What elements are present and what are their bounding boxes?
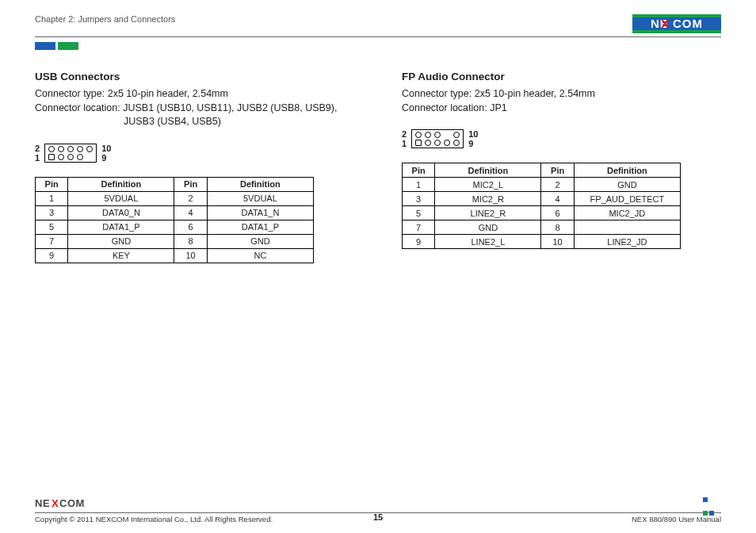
right-column: FP Audio Connector Connector type: 2x5 1… bbox=[402, 71, 721, 263]
fp-pin-header-diagram: 2 1 10 9 bbox=[402, 129, 721, 148]
table-row: 7GND8 bbox=[403, 220, 681, 235]
col-def: Definition bbox=[435, 163, 541, 178]
label: Connector type: bbox=[35, 88, 105, 99]
pin-label-9: 9 bbox=[468, 139, 473, 148]
table-row: 5DATA1_P6DATA1_P bbox=[36, 220, 314, 234]
page-footer: NE X COM Copyright © 2011 NEXCOM Interna… bbox=[35, 497, 721, 523]
value: 2x5 10-pin header, 2.54mm bbox=[475, 88, 595, 99]
cell: 5VDUAL bbox=[207, 191, 313, 205]
col-pin: Pin bbox=[174, 177, 207, 191]
cell: GND bbox=[68, 234, 174, 248]
cell: GND bbox=[574, 178, 680, 192]
pin-box-icon bbox=[411, 129, 464, 148]
table-row: 9KEY10NC bbox=[36, 248, 314, 263]
cell: 1 bbox=[36, 191, 68, 205]
cell: LINE2_L bbox=[435, 235, 541, 249]
cell: FP_AUD_DETECT bbox=[574, 192, 680, 206]
cell bbox=[574, 220, 680, 235]
table-header-row: Pin Definition Pin Definition bbox=[36, 177, 314, 191]
fp-conn-location: Connector location: JP1 bbox=[402, 102, 721, 116]
cell: DATA1_N bbox=[207, 205, 313, 220]
cell: 8 bbox=[174, 234, 207, 248]
label: Connector type: bbox=[402, 88, 472, 99]
pin-label-2: 2 bbox=[402, 129, 407, 139]
svg-text:X: X bbox=[661, 17, 669, 30]
col-pin: Pin bbox=[36, 177, 68, 191]
fp-audio-title: FP Audio Connector bbox=[402, 71, 721, 82]
chapter-title: Chapter 2: Jumpers and Connectors bbox=[35, 14, 175, 24]
table-row: 7GND8GND bbox=[36, 234, 314, 248]
value-line2: JUSB3 (USB4, USB5) bbox=[35, 115, 354, 129]
cell: DATA1_P bbox=[207, 220, 313, 234]
svg-text:NE COM: NE COM bbox=[651, 17, 703, 30]
cell: DATA1_P bbox=[68, 220, 174, 234]
table-row: 3MIC2_R4FP_AUD_DETECT bbox=[403, 192, 681, 206]
cell: 6 bbox=[541, 206, 574, 220]
svg-rect-2 bbox=[632, 30, 721, 33]
value: JP1 bbox=[490, 102, 507, 113]
content-columns: USB Connectors Connector type: 2x5 10-pi… bbox=[35, 71, 721, 263]
usb-pin-table: Pin Definition Pin Definition 15VDUAL25V… bbox=[35, 177, 314, 263]
value-line1: JUSB1 (USB10, USB11), JUSB2 (USB8, USB9)… bbox=[123, 102, 337, 113]
cell: NC bbox=[207, 248, 313, 263]
cell: 4 bbox=[541, 192, 574, 206]
left-column: USB Connectors Connector type: 2x5 10-pi… bbox=[35, 71, 354, 263]
cell: MIC2_L bbox=[435, 178, 541, 192]
pin-label-9: 9 bbox=[101, 153, 106, 163]
svg-text:NE: NE bbox=[35, 497, 50, 509]
cell: 6 bbox=[174, 220, 207, 234]
cell: 9 bbox=[403, 235, 435, 249]
col-pin: Pin bbox=[403, 163, 435, 178]
pin-label-1: 1 bbox=[35, 153, 40, 163]
usb-conn-location: Connector location: JUSB1 (USB10, USB11)… bbox=[35, 102, 354, 129]
cell: 5 bbox=[36, 220, 68, 234]
col-def: Definition bbox=[68, 177, 174, 191]
cell: 9 bbox=[36, 248, 68, 263]
cell: 1 bbox=[403, 178, 435, 192]
label: Connector location: bbox=[35, 102, 120, 113]
cell: 7 bbox=[36, 234, 68, 248]
table-row: 3DATA0_N4DATA1_N bbox=[36, 205, 314, 220]
fp-pin-table: Pin Definition Pin Definition 1MIC2_L2GN… bbox=[402, 163, 681, 249]
cell: LINE2_JD bbox=[574, 235, 680, 249]
cell: 8 bbox=[541, 220, 574, 235]
table-row: 1MIC2_L2GND bbox=[403, 178, 681, 192]
pin-label-1: 1 bbox=[402, 139, 407, 148]
header-rule bbox=[35, 36, 721, 37]
footer-squares-icon bbox=[702, 497, 721, 509]
cell: 5 bbox=[403, 206, 435, 220]
label: Connector location: bbox=[402, 102, 487, 113]
page-header: Chapter 2: Jumpers and Connectors NE COM… bbox=[35, 14, 721, 33]
usb-pin-header-diagram: 2 1 10 9 bbox=[35, 144, 354, 163]
cell: 2 bbox=[541, 178, 574, 192]
cell: GND bbox=[207, 234, 313, 248]
col-pin: Pin bbox=[541, 163, 574, 178]
svg-text:X: X bbox=[52, 497, 59, 509]
usb-conn-type: Connector type: 2x5 10-pin header, 2.54m… bbox=[35, 87, 354, 102]
cell: DATA0_N bbox=[68, 205, 174, 220]
svg-text:COM: COM bbox=[59, 497, 85, 509]
header-color-bars bbox=[35, 42, 721, 52]
cell: GND bbox=[435, 220, 541, 235]
cell: 10 bbox=[174, 248, 207, 263]
cell: MIC2_R bbox=[435, 192, 541, 206]
value: 2x5 10-pin header, 2.54mm bbox=[108, 88, 228, 99]
cell: 10 bbox=[541, 235, 574, 249]
cell: 4 bbox=[174, 205, 207, 220]
col-def: Definition bbox=[207, 177, 313, 191]
nexcom-logo-bottom: NE X COM bbox=[35, 497, 90, 509]
col-def: Definition bbox=[574, 163, 680, 178]
nexcom-logo-top: NE COM X bbox=[632, 14, 721, 33]
cell: 5VDUAL bbox=[68, 191, 174, 205]
cell: MIC2_JD bbox=[574, 206, 680, 220]
table-row: 5LINE2_R6MIC2_JD bbox=[403, 206, 681, 220]
table-header-row: Pin Definition Pin Definition bbox=[403, 163, 681, 178]
cell: KEY bbox=[68, 248, 174, 263]
cell: 2 bbox=[174, 191, 207, 205]
pin-box-icon bbox=[44, 144, 97, 163]
pin-label-10: 10 bbox=[468, 129, 478, 139]
cell: 3 bbox=[36, 205, 68, 220]
table-row: 9LINE2_L10LINE2_JD bbox=[403, 235, 681, 249]
fp-conn-type: Connector type: 2x5 10-pin header, 2.54m… bbox=[402, 87, 721, 102]
cell: 7 bbox=[403, 220, 435, 235]
